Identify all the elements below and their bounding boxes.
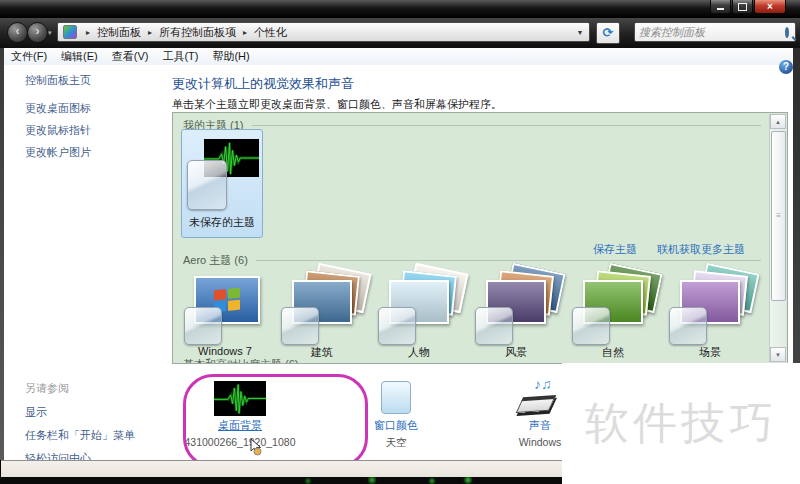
- minimize-icon: [717, 8, 724, 10]
- search-box: [634, 22, 796, 42]
- menu-bar: 文件(F) 编辑(E) 查看(V) 工具(T) 帮助(H): [4, 48, 793, 66]
- address-dropdown-icon[interactable]: ▾: [578, 28, 589, 37]
- see-also-header: 另请参阅: [25, 381, 69, 396]
- glass-overlay: [669, 307, 707, 345]
- watermark-text: 软件技巧: [585, 394, 777, 453]
- aero-theme-scenes[interactable]: 场景: [664, 267, 756, 359]
- glass-overlay: [187, 160, 227, 210]
- maximize-button[interactable]: [732, 0, 753, 14]
- maximize-icon: [738, 3, 747, 11]
- search-input[interactable]: [635, 26, 785, 38]
- aero-theme-architecture[interactable]: 建筑: [276, 267, 368, 359]
- theme-unsaved-label: 未保存的主题: [182, 215, 262, 230]
- window-color-icon: [381, 381, 411, 414]
- breadcrumb-personalization[interactable]: 个性化: [254, 25, 287, 40]
- back-button[interactable]: ‹: [7, 22, 28, 43]
- cursor-icon: [248, 438, 264, 456]
- glass-overlay: [378, 307, 416, 345]
- chevron-right-icon: ▸: [141, 28, 159, 37]
- aero-theme-nature[interactable]: 自然: [567, 267, 659, 359]
- refresh-button[interactable]: ⟳: [596, 22, 620, 44]
- chevron-right-icon: ▸: [236, 28, 254, 37]
- menu-tools[interactable]: 工具(T): [155, 49, 205, 64]
- breadcrumb[interactable]: ▸ 控制面板 ▸ 所有控制面板项 ▸ 个性化 ▾: [57, 22, 590, 42]
- sidebar-item-display[interactable]: 显示: [25, 405, 47, 420]
- sidebar-item-taskbar-start-menu[interactable]: 任务栏和「开始」菜单: [25, 428, 135, 443]
- close-icon: ×: [767, 2, 773, 12]
- close-button[interactable]: ×: [754, 0, 786, 14]
- title-bar: ×: [0, 0, 800, 18]
- glass-overlay: [184, 307, 222, 345]
- page-title: 更改计算机上的视觉效果和声音: [172, 75, 354, 93]
- aero-theme-characters[interactable]: 人物: [373, 267, 465, 359]
- scrollbar-thumb[interactable]: ≡: [771, 131, 786, 301]
- sidebar-item-change-mouse-pointers[interactable]: 更改鼠标指针: [25, 123, 91, 138]
- sidebar-item-change-desktop-icons[interactable]: 更改桌面图标: [25, 101, 91, 116]
- watermark: 软件技巧: [562, 363, 800, 484]
- panel-scrollbar[interactable]: ▲ ≡ ▼: [769, 114, 786, 362]
- my-themes-header: 我的主题 (1): [183, 118, 787, 133]
- address-bar: ‹ › ▾ ▸ 控制面板 ▸ 所有控制面板项 ▸ 个性化 ▾ ⟳: [0, 18, 800, 48]
- forward-button[interactable]: ›: [27, 22, 48, 43]
- glass-overlay: [572, 307, 610, 345]
- theme-unsaved[interactable]: 未保存的主题: [181, 129, 263, 238]
- personalization-window: × ‹ › ▾ ▸ 控制面板 ▸ 所有控制面板项 ▸ 个性化 ▾ ⟳ 文件(F)…: [0, 0, 800, 484]
- minimize-button[interactable]: [710, 0, 731, 14]
- divider: [252, 125, 762, 126]
- history-dropdown-icon[interactable]: ▾: [48, 29, 52, 37]
- aero-theme-windows7[interactable]: Windows 7: [179, 267, 271, 359]
- menu-file[interactable]: 文件(F): [4, 49, 54, 64]
- breadcrumb-control-panel[interactable]: 控制面板: [97, 25, 141, 40]
- glass-overlay: [281, 307, 319, 345]
- aero-theme-landscapes[interactable]: 风景: [470, 267, 562, 359]
- scroll-down-icon[interactable]: ▼: [770, 347, 786, 362]
- sidebar-item-change-account-picture[interactable]: 更改帐户图片: [25, 145, 91, 160]
- aero-themes-header: Aero 主题 (6): [183, 253, 787, 268]
- chevron-right-icon: ▸: [79, 28, 97, 37]
- sidebar-item-control-panel-home[interactable]: 控制面板主页: [25, 73, 91, 88]
- highlight-annotation: [183, 374, 368, 468]
- search-icon[interactable]: [785, 27, 789, 38]
- help-icon[interactable]: ?: [779, 60, 793, 74]
- menu-view[interactable]: 查看(V): [105, 49, 156, 64]
- aero-theme-label: Windows 7: [179, 345, 271, 357]
- breadcrumb-all-items[interactable]: 所有控制面板项: [159, 25, 236, 40]
- personalization-icon: [63, 25, 77, 39]
- divider: [256, 260, 761, 261]
- music-notes-icon: ♪♫: [534, 376, 552, 392]
- keyboard-icon: [516, 395, 556, 413]
- menu-edit[interactable]: 编辑(E): [54, 49, 105, 64]
- menu-help[interactable]: 帮助(H): [205, 49, 256, 64]
- themes-panel: 我的主题 (1) 未保存的主题 保存主题 联机获取更多主题 Aero 主题 (6…: [172, 112, 788, 364]
- scroll-up-icon[interactable]: ▲: [770, 114, 786, 129]
- glass-overlay: [475, 307, 513, 345]
- sound-icon: ♪♫: [518, 378, 562, 416]
- page-subtitle: 单击某个主题立即更改桌面背景、窗口颜色、声音和屏幕保护程序。: [172, 97, 502, 112]
